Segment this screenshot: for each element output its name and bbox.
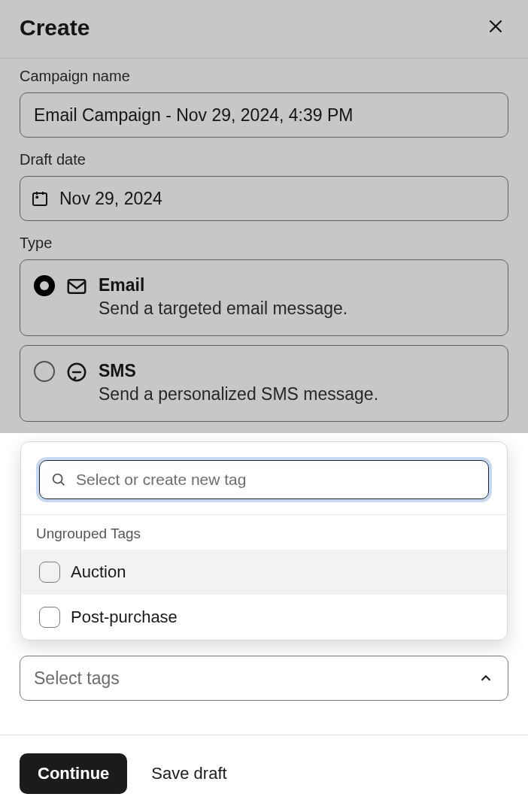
tags-search-wrap <box>21 442 507 514</box>
chevron-up-icon <box>478 670 494 686</box>
tags-select-wrap: Select tags <box>20 656 508 701</box>
calendar-icon <box>31 189 49 208</box>
type-option-sms-title: SMS <box>99 361 378 381</box>
chat-icon <box>65 361 88 383</box>
type-option-text: Email Send a targeted email message. <box>99 275 347 319</box>
tags-search[interactable] <box>39 460 489 499</box>
tag-option-label: Post-purchase <box>71 607 178 627</box>
save-draft-button[interactable]: Save draft <box>151 764 226 783</box>
tag-option-auction[interactable]: Auction <box>21 550 507 595</box>
search-icon <box>50 471 67 488</box>
tags-select-placeholder: Select tags <box>34 668 120 689</box>
campaign-name-field: Campaign name <box>20 68 508 138</box>
svg-point-4 <box>53 474 62 483</box>
draft-date-input[interactable]: Nov 29, 2024 <box>20 176 508 221</box>
radio-unselected-icon <box>34 361 55 382</box>
modal-title: Create <box>20 15 90 41</box>
continue-button[interactable]: Continue <box>20 753 127 794</box>
tag-group-label: Ungrouped Tags <box>21 514 507 550</box>
svg-rect-0 <box>33 193 47 205</box>
type-option-email-desc: Send a targeted email message. <box>99 298 347 319</box>
radio-selected-icon <box>34 275 55 296</box>
tags-popover: Ungrouped Tags Auction Post-purchase <box>20 441 508 641</box>
type-label: Type <box>20 235 508 252</box>
type-option-email-title: Email <box>99 275 347 295</box>
type-option-sms[interactable]: SMS Send a personalized SMS message. <box>20 345 508 422</box>
tags-select[interactable]: Select tags <box>20 656 508 701</box>
tags-search-input[interactable] <box>76 471 478 489</box>
campaign-name-label: Campaign name <box>20 68 508 85</box>
tag-option-label: Auction <box>71 562 126 582</box>
checkbox[interactable] <box>39 562 60 583</box>
type-field: Type Email Send a targeted email message… <box>20 235 508 422</box>
checkbox[interactable] <box>39 607 60 628</box>
type-option-email[interactable]: Email Send a targeted email message. <box>20 259 508 336</box>
modal-header: Create <box>0 0 528 59</box>
type-option-sms-desc: Send a personalized SMS message. <box>99 384 378 404</box>
mail-icon <box>65 275 88 298</box>
draft-date-field: Draft date Nov 29, 2024 <box>20 151 508 221</box>
type-option-text: SMS Send a personalized SMS message. <box>99 361 378 404</box>
footer: Continue Save draft <box>0 735 528 812</box>
form-body: Campaign name Draft date Nov 29, 2024 Ty… <box>0 59 528 422</box>
close-button[interactable] <box>483 14 508 41</box>
campaign-name-input[interactable] <box>20 92 508 138</box>
tag-option-post-purchase[interactable]: Post-purchase <box>21 595 507 640</box>
close-icon <box>486 17 505 36</box>
svg-rect-2 <box>68 280 86 293</box>
svg-rect-1 <box>36 196 39 199</box>
draft-date-value: Nov 29, 2024 <box>59 189 162 209</box>
draft-date-label: Draft date <box>20 151 508 168</box>
